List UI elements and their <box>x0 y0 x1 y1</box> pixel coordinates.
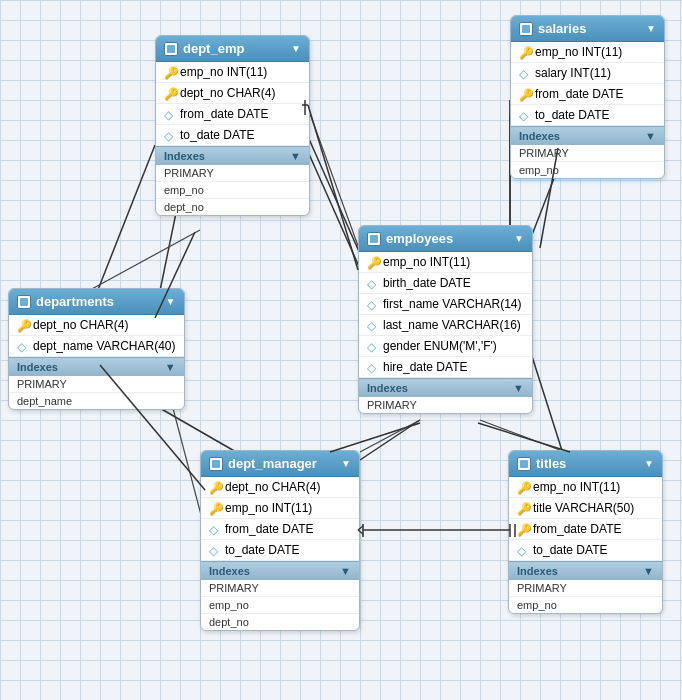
index-row: emp_no <box>509 597 662 613</box>
table-row: ◇ to_date DATE <box>201 540 359 561</box>
table-header-employees[interactable]: employees ▼ <box>359 226 532 252</box>
field-name: to_date DATE <box>533 543 607 557</box>
svg-line-12 <box>308 105 358 270</box>
field-name: emp_no INT(11) <box>180 65 267 79</box>
table-header-salaries[interactable]: salaries ▼ <box>511 16 664 42</box>
field-name: dept_no CHAR(4) <box>33 318 128 332</box>
primary-key-icon: 🔑 <box>209 502 221 514</box>
index-row: PRIMARY <box>201 580 359 597</box>
index-row: emp_no <box>156 182 309 199</box>
table-icon <box>519 22 533 36</box>
unique-key-icon: 🔑 <box>517 523 529 535</box>
field-name: emp_no INT(11) <box>225 501 312 515</box>
indexes-header[interactable]: Indexes ▼ <box>509 561 662 580</box>
indexes-label: Indexes <box>519 130 560 142</box>
indexes-label: Indexes <box>209 565 250 577</box>
table-icon <box>517 457 531 471</box>
table-salaries: salaries ▼ 🔑 emp_no INT(11) ◇ salary INT… <box>510 15 665 179</box>
field-icon: ◇ <box>519 109 531 121</box>
index-row: dept_name <box>9 393 184 409</box>
indexes-header[interactable]: Indexes ▼ <box>201 561 359 580</box>
field-name: from_date DATE <box>535 87 623 101</box>
svg-line-18 <box>330 423 420 452</box>
chevron-down-icon: ▼ <box>340 565 351 577</box>
table-header-dept-emp[interactable]: dept_emp ▼ <box>156 36 309 62</box>
primary-key-icon: 🔑 <box>519 46 531 58</box>
primary-key-icon: 🔑 <box>209 481 221 493</box>
indexes-header[interactable]: Indexes ▼ <box>9 357 184 376</box>
table-icon <box>17 295 31 309</box>
table-title: salaries <box>538 21 586 36</box>
index-row: emp_no <box>201 597 359 614</box>
index-row: PRIMARY <box>156 165 309 182</box>
field-name: from_date DATE <box>533 522 621 536</box>
svg-line-11 <box>90 145 155 310</box>
field-name: emp_no INT(11) <box>533 480 620 494</box>
indexes-label: Indexes <box>517 565 558 577</box>
indexes-header[interactable]: Indexes ▼ <box>359 378 532 397</box>
table-row: ◇ birth_date DATE <box>359 273 532 294</box>
table-row: ◇ dept_name VARCHAR(40) <box>9 336 184 357</box>
svg-line-10 <box>360 420 420 460</box>
table-row: 🔑 from_date DATE <box>511 84 664 105</box>
table-row: ◇ salary INT(11) <box>511 63 664 84</box>
field-icon: ◇ <box>367 361 379 373</box>
field-name: to_date DATE <box>535 108 609 122</box>
table-departments: departments ▼ 🔑 dept_no CHAR(4) ◇ dept_n… <box>8 288 185 410</box>
table-row: 🔑 dept_no CHAR(4) <box>9 315 184 336</box>
field-name: salary INT(11) <box>535 66 611 80</box>
field-name: title VARCHAR(50) <box>533 501 634 515</box>
field-name: to_date DATE <box>180 128 254 142</box>
field-name: to_date DATE <box>225 543 299 557</box>
field-icon: ◇ <box>17 340 29 352</box>
index-row: PRIMARY <box>509 580 662 597</box>
indexes-label: Indexes <box>164 150 205 162</box>
field-name: last_name VARCHAR(16) <box>383 318 521 332</box>
primary-key-icon: 🔑 <box>164 66 176 78</box>
table-row: ◇ first_name VARCHAR(14) <box>359 294 532 315</box>
field-name: dept_no CHAR(4) <box>225 480 320 494</box>
unique-key-icon: 🔑 <box>517 502 529 514</box>
field-name: emp_no INT(11) <box>535 45 622 59</box>
chevron-down-icon: ▼ <box>290 150 301 162</box>
field-icon: ◇ <box>164 129 176 141</box>
field-name: gender ENUM('M','F') <box>383 339 497 353</box>
table-row: ◇ from_date DATE <box>201 519 359 540</box>
indexes-header[interactable]: Indexes ▼ <box>511 126 664 145</box>
svg-line-7 <box>530 350 565 460</box>
table-row: 🔑 emp_no INT(11) <box>511 42 664 63</box>
chevron-down-icon: ▼ <box>291 43 301 54</box>
chevron-down-icon: ▼ <box>165 361 176 373</box>
field-name: first_name VARCHAR(14) <box>383 297 521 311</box>
index-row: PRIMARY <box>511 145 664 162</box>
field-name: from_date DATE <box>180 107 268 121</box>
table-header-titles[interactable]: titles ▼ <box>509 451 662 477</box>
table-row: 🔑 emp_no INT(11) <box>201 498 359 519</box>
field-name: dept_name VARCHAR(40) <box>33 339 176 353</box>
table-row: 🔑 from_date DATE <box>509 519 662 540</box>
field-icon: ◇ <box>367 298 379 310</box>
unique-key-icon: 🔑 <box>367 256 379 268</box>
chevron-down-icon: ▼ <box>643 565 654 577</box>
field-icon: ◇ <box>367 277 379 289</box>
table-header-departments[interactable]: departments ▼ <box>9 289 184 315</box>
unique-key-icon: 🔑 <box>17 319 29 331</box>
table-titles: titles ▼ 🔑 emp_no INT(11) 🔑 title VARCHA… <box>508 450 663 614</box>
table-row: 🔑 title VARCHAR(50) <box>509 498 662 519</box>
primary-key-icon: 🔑 <box>517 481 529 493</box>
table-icon <box>367 232 381 246</box>
field-name: emp_no INT(11) <box>383 255 470 269</box>
index-row: emp_no <box>511 162 664 178</box>
chevron-down-icon: ▼ <box>645 130 656 142</box>
table-row: ◇ to_date DATE <box>511 105 664 126</box>
indexes-header[interactable]: Indexes ▼ <box>156 146 309 165</box>
field-icon: ◇ <box>209 523 221 535</box>
chevron-down-icon: ▼ <box>166 296 176 307</box>
table-row: ◇ last_name VARCHAR(16) <box>359 315 532 336</box>
indexes-label: Indexes <box>367 382 408 394</box>
table-row: 🔑 emp_no INT(11) <box>359 252 532 273</box>
table-row: ◇ hire_date DATE <box>359 357 532 378</box>
index-row: PRIMARY <box>359 397 532 413</box>
table-header-dept-manager[interactable]: dept_manager ▼ <box>201 451 359 477</box>
chevron-down-icon: ▼ <box>646 23 656 34</box>
